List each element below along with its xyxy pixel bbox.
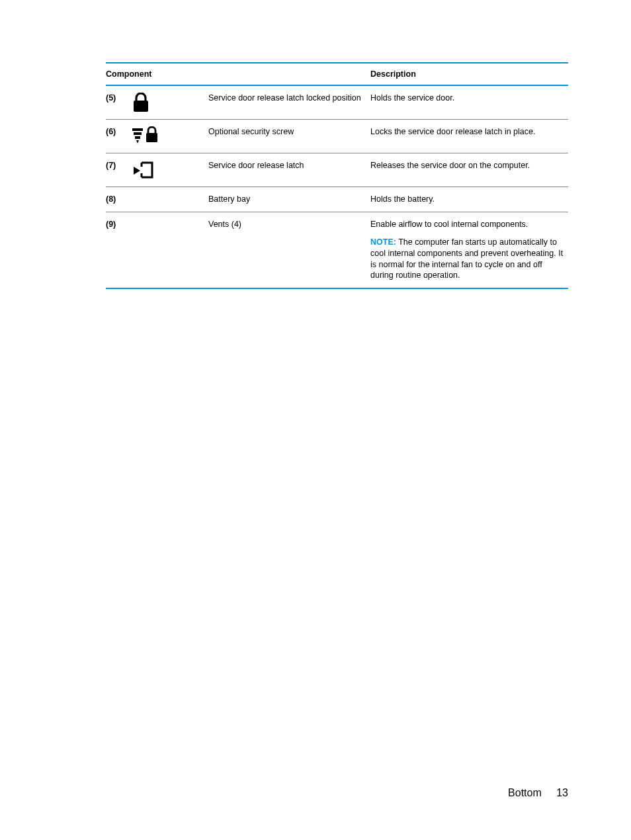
svg-rect-1 xyxy=(132,128,143,131)
release-latch-icon xyxy=(132,153,208,187)
row-number: (9) xyxy=(106,212,132,288)
svg-marker-4 xyxy=(136,140,139,144)
table-row: (8) Battery bay Holds the battery. xyxy=(106,187,568,212)
component-description: Holds the battery. xyxy=(370,187,568,212)
component-description-with-note: Enable airflow to cool internal componen… xyxy=(370,212,568,288)
page-footer: Bottom 13 xyxy=(508,787,568,799)
component-name: Optional security screw xyxy=(208,120,370,153)
component-name: Service door release latch xyxy=(208,153,370,187)
description-text: Enable airflow to cool internal componen… xyxy=(370,220,528,229)
table-row: (6) Option xyxy=(106,120,568,153)
row-number: (7) xyxy=(106,153,132,187)
component-description: Releases the service door on the compute… xyxy=(370,153,568,187)
svg-rect-2 xyxy=(134,132,142,135)
note-text: The computer fan starts up automatically… xyxy=(370,237,563,280)
header-component: Component xyxy=(106,63,370,85)
svg-rect-0 xyxy=(134,101,148,112)
row-number: (5) xyxy=(106,85,132,120)
component-table: Component Description (5) Service door r… xyxy=(106,62,568,289)
row-number: (8) xyxy=(106,187,132,212)
svg-rect-3 xyxy=(135,136,140,139)
component-name: Service door release latch locked positi… xyxy=(208,85,370,120)
header-description: Description xyxy=(370,63,568,85)
table-header-row: Component Description xyxy=(106,63,568,85)
component-description: Holds the service door. xyxy=(370,85,568,120)
footer-section: Bottom xyxy=(508,787,542,798)
svg-rect-5 xyxy=(146,133,157,142)
note-block: NOTE: The computer fan starts up automat… xyxy=(370,237,564,282)
no-icon xyxy=(132,187,208,212)
svg-marker-6 xyxy=(134,167,140,175)
table-row: (9) Vents (4) Enable airflow to cool int… xyxy=(106,212,568,288)
component-description: Locks the service door release latch in … xyxy=(370,120,568,153)
row-number: (6) xyxy=(106,120,132,153)
component-name: Vents (4) xyxy=(208,212,370,288)
lock-icon xyxy=(132,85,208,120)
document-page: Component Description (5) Service door r… xyxy=(0,0,631,289)
no-icon xyxy=(132,212,208,288)
table-row: (7) Service door release latch Releases … xyxy=(106,153,568,187)
note-label: NOTE: xyxy=(370,237,396,247)
component-name: Battery bay xyxy=(208,187,370,212)
screw-lock-icon xyxy=(132,120,208,153)
table-row: (5) Service door release latch locked po… xyxy=(106,85,568,120)
footer-page-number: 13 xyxy=(556,787,568,798)
